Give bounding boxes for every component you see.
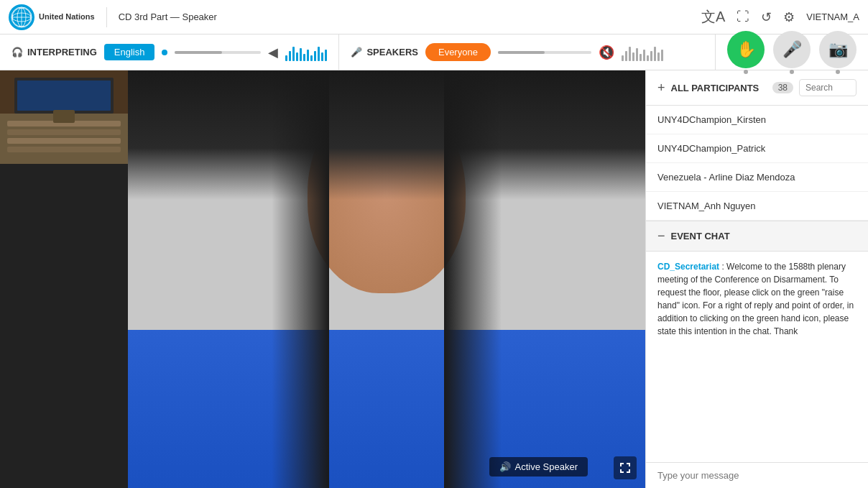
top-bar: United Nations CD 3rd Part — Speaker 文A … xyxy=(0,0,868,34)
svg-rect-10 xyxy=(7,138,121,144)
thumbnail-image xyxy=(0,70,128,164)
raise-hand-status-dot xyxy=(744,70,748,74)
un-logo-icon xyxy=(9,4,34,30)
top-bar-actions: 文A ⛶ ↺ ⚙ VIETNAM_A xyxy=(701,7,859,27)
active-speaker-label: Active Speaker xyxy=(515,461,578,472)
thumbnail-video[interactable] xyxy=(0,70,128,164)
active-speaker-badge: 🔊 Active Speaker xyxy=(489,457,588,477)
user-label: VIETNAM_A xyxy=(806,11,859,22)
main-content: 🔊 Active Speaker + ALL PARTICIPANTS 38 U… xyxy=(0,70,868,488)
microphone-control: 🎤 xyxy=(773,31,811,74)
interpreting-section: 🎧 INTERPRETING English ◀ xyxy=(0,34,339,70)
language-button[interactable]: English xyxy=(104,44,155,60)
divider xyxy=(106,7,107,27)
participants-title: ALL PARTICIPANTS xyxy=(671,83,767,93)
speakers-label: 🎤 SPEAKERS xyxy=(351,47,418,57)
active-speaker-icon: 🔊 xyxy=(499,461,511,472)
interpreting-label: 🎧 INTERPRETING xyxy=(11,47,97,57)
svg-rect-13 xyxy=(17,80,111,111)
camera-status-dot xyxy=(836,70,840,74)
mute-slash-icon[interactable]: 🔇 xyxy=(599,45,614,60)
microphone-small-icon: 🎤 xyxy=(351,47,362,57)
participant-item[interactable]: UNY4DChampion_Patrick xyxy=(646,134,868,163)
headphone-icon: 🎧 xyxy=(11,47,23,57)
person-hair-left xyxy=(272,70,329,488)
camera-control: 📷 xyxy=(819,31,857,74)
fullscreen-button[interactable] xyxy=(614,456,637,479)
volume-slider[interactable] xyxy=(175,51,261,54)
translate-icon[interactable]: 文A xyxy=(701,7,725,27)
svg-rect-9 xyxy=(7,129,121,135)
chat-sender: CD_Secretariat xyxy=(657,262,719,272)
participant-item[interactable]: UNY4DChampion_Kirsten xyxy=(646,106,868,134)
mic-status-dot xyxy=(790,70,794,74)
session-title: CD 3rd Part — Speaker xyxy=(119,11,690,22)
event-chat-header[interactable]: − EVENT CHAT xyxy=(646,221,868,252)
participants-header: + ALL PARTICIPANTS 38 xyxy=(646,70,868,106)
fullscreen-icon[interactable]: ⛶ xyxy=(737,9,749,24)
chat-messages: CD_Secretariat : Welcome to the 1588th p… xyxy=(646,252,868,462)
speakers-section: 🎤 SPEAKERS Everyone 🔇 xyxy=(339,34,715,70)
person-hair-top xyxy=(128,70,645,200)
speaker-volume-slider[interactable] xyxy=(498,51,591,54)
speaker-icon[interactable]: ◀ xyxy=(268,45,278,60)
settings-icon[interactable]: ⚙ xyxy=(783,9,795,25)
un-logo-text: United Nations xyxy=(39,12,95,22)
video-container: 🔊 Active Speaker xyxy=(128,70,645,488)
video-controls: ✋ 🎤 📷 xyxy=(715,34,868,70)
chat-message-item: CD_Secretariat : Welcome to the 1588th p… xyxy=(657,260,857,338)
speaker-audio-bars xyxy=(622,44,663,61)
chat-text: : Welcome to the 1588th plenary meeting … xyxy=(657,262,854,336)
svg-rect-11 xyxy=(7,147,121,152)
collapse-chat-icon[interactable]: − xyxy=(657,229,665,244)
chat-input[interactable] xyxy=(657,470,857,481)
everyone-button[interactable]: Everyone xyxy=(425,43,491,61)
raise-hand-button[interactable]: ✋ xyxy=(727,31,765,68)
controls-bar: 🎧 INTERPRETING English ◀ 🎤 SPEAKERS Ever… xyxy=(0,34,868,70)
audio-bars xyxy=(285,44,327,61)
refresh-icon[interactable]: ↺ xyxy=(761,9,772,25)
participant-item[interactable]: Venezuela - Arline Diaz Mendoza xyxy=(646,163,868,192)
un-logo: United Nations xyxy=(9,4,95,30)
participant-list: UNY4DChampion_KirstenUNY4DChampion_Patri… xyxy=(646,106,868,221)
participant-item[interactable]: VIETNAM_Anh Nguyen xyxy=(646,192,868,221)
main-video-area: 🔊 Active Speaker xyxy=(128,70,645,488)
microphone-button[interactable]: 🎤 xyxy=(773,31,811,68)
person-hair-right xyxy=(444,70,502,488)
raise-hand-control: ✋ xyxy=(727,31,765,74)
left-panel xyxy=(0,70,128,488)
chat-input-area xyxy=(646,462,868,488)
add-participant-icon[interactable]: + xyxy=(657,80,665,96)
right-sidebar: + ALL PARTICIPANTS 38 UNY4DChampion_Kirs… xyxy=(645,70,868,488)
search-input[interactable] xyxy=(799,79,857,96)
chat-title: EVENT CHAT xyxy=(671,231,730,241)
speaker-volume-fill xyxy=(498,51,545,54)
volume-fill xyxy=(175,51,222,54)
svg-rect-14 xyxy=(53,110,75,123)
participant-count: 38 xyxy=(772,82,793,93)
volume-dot xyxy=(162,50,167,55)
camera-button[interactable]: 📷 xyxy=(819,31,857,68)
